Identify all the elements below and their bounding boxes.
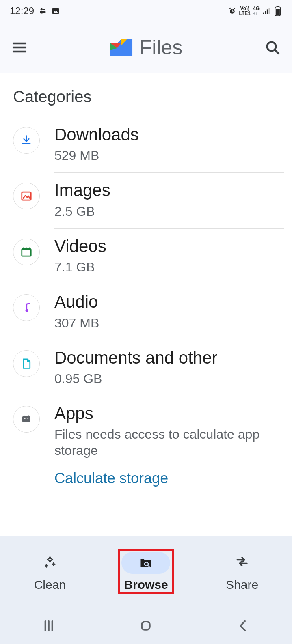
category-size: 0.95 GB [54, 370, 284, 387]
image-icon [13, 183, 40, 209]
category-size: 307 MB [54, 315, 284, 331]
svg-rect-14 [269, 8, 270, 14]
category-documents[interactable]: Documents and other 0.95 GB [0, 340, 292, 396]
content-area: Categories Downloads 529 MB Images 2.5 G… [0, 73, 292, 536]
category-name: Images [54, 180, 284, 200]
bottom-nav: Clean Browse Share [0, 536, 292, 607]
nav-browse[interactable]: Browse [118, 549, 174, 594]
svg-point-0 [41, 8, 43, 11]
svg-rect-11 [263, 13, 264, 14]
calculate-storage-link[interactable]: Calculate storage [54, 470, 284, 487]
video-icon [13, 239, 40, 265]
home-button[interactable] [137, 617, 155, 635]
status-left: 12:29 [10, 5, 60, 17]
audio-icon [13, 294, 40, 321]
status-time: 12:29 [10, 5, 34, 17]
category-size: 7.1 GB [54, 259, 284, 275]
nav-share[interactable]: Share [210, 549, 274, 595]
apps-icon [13, 406, 40, 433]
document-icon [13, 350, 40, 377]
clean-icon [26, 552, 74, 574]
svg-line-10 [234, 8, 235, 9]
category-size: 2.5 GB [54, 203, 284, 220]
category-videos[interactable]: Videos 7.1 GB [0, 229, 292, 284]
svg-point-1 [43, 9, 45, 10]
category-audio[interactable]: Audio 307 MB [0, 284, 292, 340]
files-logo-icon [110, 39, 132, 56]
search-button[interactable] [263, 38, 282, 57]
nav-label: Browse [124, 578, 168, 592]
app-title-group: Files [110, 36, 183, 59]
svg-point-24 [27, 418, 28, 419]
svg-rect-2 [40, 11, 43, 13]
svg-rect-12 [265, 11, 266, 14]
svg-rect-13 [267, 9, 268, 14]
svg-rect-21 [22, 249, 31, 256]
svg-rect-30 [142, 622, 150, 630]
categories-heading: Categories [0, 83, 292, 117]
svg-rect-4 [52, 8, 59, 14]
back-button[interactable] [234, 617, 252, 635]
menu-button[interactable] [10, 38, 29, 57]
volte-indicator: Vo))LTE1 [239, 6, 251, 16]
svg-line-19 [275, 50, 279, 53]
category-name: Documents and other [54, 348, 284, 368]
nav-label: Share [226, 578, 258, 592]
app-bar: Files [0, 22, 292, 73]
category-name: Audio [54, 292, 284, 312]
svg-rect-17 [276, 9, 280, 15]
category-downloads[interactable]: Downloads 529 MB [0, 117, 292, 173]
picture-notification-icon [51, 6, 60, 15]
svg-rect-8 [232, 11, 234, 12]
status-bar: 12:29 Vo))LTE1 4G [0, 0, 292, 22]
category-apps[interactable]: Apps Files needs access to calculate app… [0, 396, 292, 496]
network-gen: 4G [253, 6, 260, 16]
category-name: Downloads [54, 125, 284, 145]
alarm-icon [228, 6, 237, 15]
teams-icon [38, 6, 47, 15]
category-images[interactable]: Images 2.5 GB [0, 173, 292, 228]
svg-rect-3 [43, 11, 46, 13]
system-nav-bar [0, 607, 292, 644]
svg-point-23 [24, 418, 26, 419]
share-icon [218, 552, 266, 574]
nav-clean[interactable]: Clean [18, 549, 82, 595]
category-name: Videos [54, 236, 284, 256]
nav-label: Clean [34, 578, 66, 592]
signal-icon [262, 6, 271, 15]
svg-line-9 [229, 8, 231, 9]
app-title: Files [140, 36, 183, 59]
download-icon [13, 127, 40, 154]
category-size: 529 MB [54, 147, 284, 164]
svg-rect-22 [22, 416, 30, 422]
recents-button[interactable] [40, 617, 58, 635]
status-right: Vo))LTE1 4G [228, 6, 282, 16]
svg-point-18 [267, 42, 276, 51]
category-size: Files needs access to calculate app stor… [54, 426, 284, 459]
battery-icon [273, 6, 282, 15]
browse-icon [121, 552, 170, 574]
category-name: Apps [54, 403, 284, 424]
